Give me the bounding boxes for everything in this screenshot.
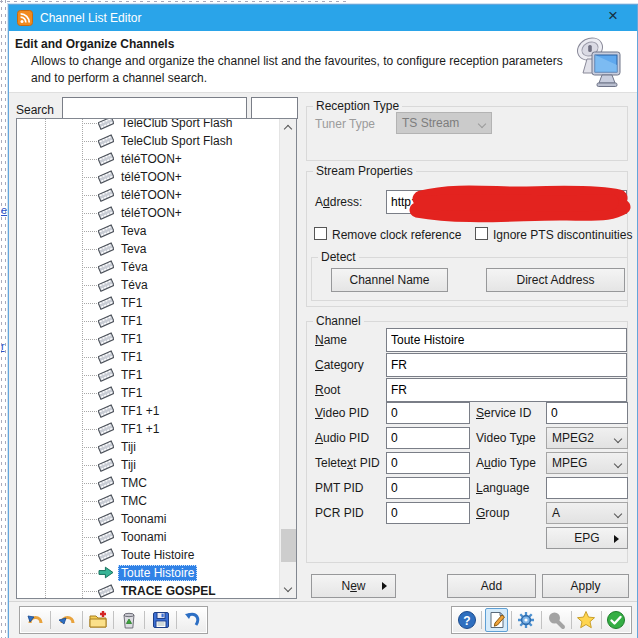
tree-item[interactable]: téléTOON+: [17, 150, 279, 168]
scroll-down-button[interactable]: [280, 581, 297, 598]
restore-button[interactable]: [54, 608, 78, 632]
search-filter-box[interactable]: [251, 97, 298, 119]
selected-arrow-icon: [98, 566, 114, 580]
tree-connector: [82, 501, 97, 502]
film-icon: [98, 530, 114, 544]
tree-item[interactable]: Toonami: [17, 528, 279, 546]
tree-item[interactable]: Toonami: [17, 510, 279, 528]
favourites-button[interactable]: [575, 608, 598, 632]
new-button[interactable]: New: [311, 574, 396, 598]
tree-item[interactable]: TeleClub Sport Flash: [17, 118, 279, 132]
tree-connector: [82, 465, 97, 466]
tree-item[interactable]: TF1: [17, 366, 279, 384]
reload-button[interactable]: [23, 608, 47, 632]
tree-item[interactable]: Teva: [17, 240, 279, 258]
new-folder-button[interactable]: [86, 608, 110, 632]
tree-item-label: Toute Histoire: [118, 565, 197, 581]
ok-button[interactable]: [605, 608, 628, 632]
video-pid-label: Video PID: [315, 406, 369, 420]
tree-item[interactable]: TMC: [17, 474, 279, 492]
video-pid-input[interactable]: [386, 402, 470, 424]
settings-button[interactable]: [515, 608, 538, 632]
film-icon: [98, 278, 114, 292]
category-input[interactable]: [386, 353, 627, 377]
apply-button[interactable]: Apply: [542, 574, 629, 598]
tree-item[interactable]: Téva: [17, 276, 279, 294]
tree-item-label: TeleClub Sport Flash: [118, 133, 235, 149]
category-label: Category: [315, 358, 364, 372]
tree-scrollbar[interactable]: [279, 119, 296, 598]
tree-item[interactable]: téléTOON+: [17, 168, 279, 186]
ignore-pts-label: Ignore PTS discontinuities: [493, 228, 632, 242]
background-dashed-line: [0, 1, 350, 2]
search-input[interactable]: [62, 97, 247, 119]
ignore-pts-checkbox[interactable]: [475, 227, 488, 240]
film-icon: [98, 548, 114, 562]
tree-item[interactable]: Teva: [17, 222, 279, 240]
tree-item[interactable]: Toute Histoire: [17, 546, 279, 564]
channel-tree: TeleClub Sport FlashTeleClub Sport Flash…: [16, 118, 297, 599]
epg-button[interactable]: EPG: [546, 527, 628, 549]
add-button[interactable]: Add: [447, 574, 536, 598]
group-title: Detect: [318, 250, 359, 264]
tree-item[interactable]: Téva: [17, 258, 279, 276]
tree-item[interactable]: TeleClub Sport Flash: [17, 132, 279, 150]
tree-connector: [82, 177, 97, 178]
tree-connector: [82, 141, 97, 142]
tree-item[interactable]: téléTOON+: [17, 186, 279, 204]
pcr-pid-input[interactable]: [386, 502, 470, 524]
film-icon: [98, 332, 114, 346]
film-icon: [98, 224, 114, 238]
help-button[interactable]: ?: [455, 608, 478, 632]
title-bar[interactable]: Channel List Editor ×: [9, 5, 637, 31]
tree-item[interactable]: TF1: [17, 294, 279, 312]
tree-item[interactable]: téléTOON+: [17, 204, 279, 222]
address-input[interactable]: [386, 190, 627, 214]
tree-item[interactable]: TF1: [17, 330, 279, 348]
check-icon: [606, 610, 626, 630]
name-input[interactable]: [386, 328, 627, 352]
tree-item[interactable]: Tiji: [17, 438, 279, 456]
tree-item[interactable]: TF1 +1: [17, 420, 279, 438]
tree-item[interactable]: TF1: [17, 348, 279, 366]
remove-clock-reference-label: Remove clock reference: [332, 228, 461, 242]
tree-item[interactable]: Tiji: [17, 456, 279, 474]
tree-item[interactable]: Toute Histoire: [17, 564, 279, 582]
film-icon: [98, 584, 114, 598]
undo-button[interactable]: [180, 608, 204, 632]
tree-item[interactable]: TF1 +1: [17, 402, 279, 420]
detect-direct-address-button[interactable]: Direct Address: [486, 268, 625, 292]
tree-connector: [82, 411, 97, 412]
root-label: Root: [315, 383, 340, 397]
group-title: Stream Properties: [313, 164, 416, 178]
detect-channel-name-button[interactable]: Channel Name: [331, 268, 448, 292]
audio-type-select[interactable]: MPEG: [546, 452, 628, 474]
delete-button[interactable]: [117, 608, 141, 632]
tree-item[interactable]: TMC: [17, 492, 279, 510]
video-type-select[interactable]: MPEG2: [546, 427, 628, 449]
channel-list-editor-dialog: Channel List Editor × Edit and Organize …: [8, 4, 638, 638]
tree-connector: [82, 393, 97, 394]
group-title: Channel: [313, 314, 364, 328]
close-button[interactable]: ×: [601, 6, 625, 26]
scroll-up-button[interactable]: [280, 119, 297, 136]
film-icon: [98, 242, 114, 256]
tree-connector: [82, 483, 97, 484]
save-button[interactable]: [148, 608, 172, 632]
address-label: Address:: [315, 195, 362, 209]
tree-item[interactable]: TRACE GOSPEL: [17, 582, 279, 599]
teletext-pid-input[interactable]: [386, 452, 470, 474]
remove-clock-reference-checkbox[interactable]: [314, 227, 327, 240]
scroll-thumb[interactable]: [281, 529, 296, 562]
tree-item[interactable]: TF1: [17, 312, 279, 330]
tree-connector: [82, 267, 97, 268]
submenu-arrow-icon: [382, 582, 387, 590]
root-input[interactable]: [386, 378, 627, 402]
edit-mode-button[interactable]: [485, 608, 508, 632]
language-input[interactable]: [546, 477, 628, 499]
group-select[interactable]: A: [546, 502, 628, 524]
pmt-pid-input[interactable]: [386, 477, 470, 499]
audio-pid-input[interactable]: [386, 427, 470, 449]
tree-item[interactable]: TF1: [17, 384, 279, 402]
service-id-input[interactable]: [546, 402, 628, 424]
